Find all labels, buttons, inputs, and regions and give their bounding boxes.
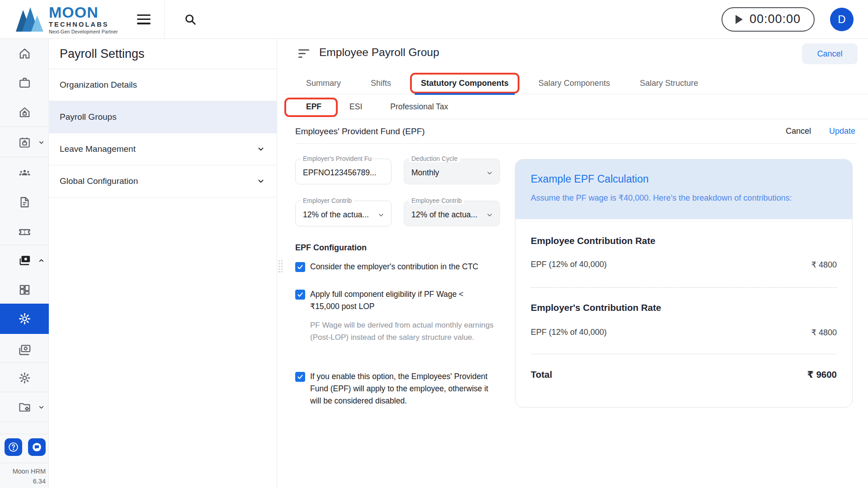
sidebar-item-payruns[interactable] — [0, 335, 49, 364]
payroll-settings-panel: Payroll Settings Organization Details Pa… — [49, 39, 277, 488]
sidebar-item-attendance[interactable] — [0, 128, 49, 157]
employee-rate-heading: Employee Contribution Rate — [531, 235, 656, 246]
panel-item-payroll-groups[interactable]: Payroll Groups — [49, 101, 277, 133]
sidebar-item-employees[interactable] — [0, 158, 49, 187]
play-icon[interactable] — [736, 15, 743, 24]
total-amount: ₹ 9600 — [807, 369, 837, 380]
checkbox-row-pf-wage: Apply full component eligibility if PF W… — [295, 290, 474, 313]
app-version: Moon HRM 6.34 — [0, 466, 46, 486]
chevron-up-icon — [38, 257, 45, 264]
tab-salary-structure[interactable]: Salary Structure — [640, 79, 698, 88]
checkbox-pf-wage[interactable] — [295, 290, 305, 300]
main-content: Employee Payroll Group Cancel Summary Sh… — [283, 39, 868, 488]
tab-shifts[interactable]: Shifts — [371, 79, 391, 88]
timer-value: 00:00:00 — [750, 12, 801, 26]
avatar[interactable]: D — [830, 8, 854, 31]
sidebar-item-file-manager[interactable] — [0, 393, 49, 422]
chevron-down-icon — [377, 211, 385, 219]
tab-summary[interactable]: Summary — [306, 79, 341, 88]
topbar-divider — [164, 0, 165, 39]
app-window: MOON TECHNOLABS Next-Gen Development Par… — [0, 0, 868, 488]
sidebar-item-work[interactable] — [0, 68, 49, 97]
epf-configuration-heading: EPF Configuration — [295, 243, 367, 253]
example-epf-card: Example EPF Calculation Assume the PF wa… — [515, 159, 853, 408]
employer-rate-heading: Employer's Contribution Rate — [531, 302, 661, 313]
epf-calc-label: EPF (12% of 40,000) — [531, 260, 607, 270]
chevron-down-icon — [257, 145, 265, 153]
employer-rate-row: EPF (12% of 40,000) ₹ 4800 — [531, 328, 837, 338]
epf-number-field[interactable]: Employer's Provident Fu EPFNO123456789..… — [295, 159, 392, 184]
panel-item-leave-management[interactable]: Leave Management — [49, 133, 277, 165]
cancel-button[interactable]: Cancel — [786, 127, 811, 136]
pf-wage-help-text: PF Wage will be derived from actual mont… — [310, 319, 504, 343]
cancel-button-top[interactable]: Cancel — [802, 43, 858, 64]
checkbox-row-ctc: Consider the employer's contribution in … — [295, 262, 478, 273]
checkbox-row-enable-epf: If you enable this option, the Employees… — [295, 372, 500, 407]
tab-bar: Summary Shifts Statutory Components Sala… — [283, 72, 868, 94]
epf-calc-amount: ₹ 4800 — [811, 260, 837, 270]
subtab-bar: EPF ESI Professional Tax — [283, 94, 868, 119]
employer-contribution-select[interactable]: Employer Contrib 12% of the actua... — [295, 201, 392, 226]
gear-icon — [18, 312, 31, 325]
chevron-down-icon — [257, 177, 265, 185]
home-work-icon — [18, 106, 31, 119]
sidebar-item-payroll-settings[interactable] — [0, 304, 49, 334]
icon-sidebar: Moon HRM 6.34 — [0, 39, 49, 488]
people-icon — [18, 166, 31, 179]
version-number: 6.34 — [0, 476, 46, 486]
sidebar-item-tickets[interactable] — [0, 217, 49, 246]
subtab-epf[interactable]: EPF — [306, 102, 321, 112]
deduction-cycle-select[interactable]: Deduction Cycle Monthly — [404, 159, 500, 184]
total-row: Total ₹ 9600 — [531, 369, 837, 380]
page-title: Employee Payroll Group — [319, 46, 439, 59]
subtab-professional-tax[interactable]: Professional Tax — [390, 102, 448, 112]
home-icon — [18, 47, 31, 60]
panel-item-global-configuration[interactable]: Global Configuration — [49, 165, 277, 197]
tab-statutory-components[interactable]: Statutory Components — [421, 79, 509, 88]
sidebar-item-home[interactable] — [0, 39, 49, 68]
tab-salary-components[interactable]: Salary Components — [538, 79, 610, 88]
logo-mark — [15, 7, 44, 32]
chat-icon — [31, 441, 42, 453]
sidebar-item-documents[interactable] — [0, 188, 49, 216]
section-header: Employees' Provident Fund (EPF) Cancel U… — [283, 119, 868, 143]
panel-resize-handle[interactable] — [278, 260, 283, 272]
top-bar: MOON TECHNOLABS Next-Gen Development Par… — [0, 0, 868, 39]
app-logo: MOON TECHNOLABS Next-Gen Development Par… — [15, 5, 118, 34]
checkbox-ctc[interactable] — [295, 262, 305, 272]
payments-icon — [18, 254, 31, 267]
menu-icon[interactable] — [137, 14, 151, 24]
checkbox-enable-epf[interactable] — [295, 372, 305, 382]
logo-subword: TECHNOLABS — [49, 21, 118, 28]
sidebar-item-settings[interactable] — [0, 363, 49, 392]
panel-title: Payroll Settings — [49, 39, 277, 69]
sidebar-item-payroll[interactable] — [0, 246, 49, 275]
dashboard-icon — [18, 283, 31, 296]
checkbox-label: Consider the employer's contribution in … — [310, 261, 478, 273]
ticket-icon — [18, 225, 31, 238]
search-icon[interactable] — [184, 13, 197, 26]
time-tracker[interactable]: 00:00:00 — [722, 7, 815, 32]
employee-rate-row: EPF (12% of 40,000) ₹ 4800 — [531, 260, 837, 270]
panel-item-organization-details[interactable]: Organization Details — [49, 69, 277, 101]
chevron-down-icon — [38, 404, 45, 411]
chevron-down-icon — [38, 139, 45, 146]
sidebar-item-work-from-home[interactable] — [0, 98, 49, 127]
subtab-esi[interactable]: ESI — [349, 102, 362, 112]
card-subtitle: Assume the PF wage is ₹40,000. Here’s th… — [531, 193, 837, 203]
check-icon — [297, 373, 304, 380]
sort-icon[interactable] — [298, 49, 310, 59]
update-button[interactable]: Update — [829, 127, 855, 136]
briefcase-icon — [18, 76, 31, 89]
sidebar-item-payroll-dashboard[interactable] — [0, 275, 49, 304]
section-title: Employees' Provident Fund (EPF) — [295, 127, 425, 136]
employee-contribution-select[interactable]: Employee Contrib 12% of the actua... — [404, 201, 500, 226]
logo-word: MOON — [49, 5, 118, 20]
folder-gear-icon — [18, 401, 31, 414]
help-button[interactable] — [5, 438, 22, 456]
chat-button[interactable] — [28, 438, 46, 456]
total-label: Total — [531, 369, 552, 380]
help-buttons — [0, 438, 49, 456]
checkbox-label: Apply full component eligibility if PF W… — [310, 288, 474, 313]
epf-calc-label: EPF (12% of 40,000) — [531, 328, 607, 338]
